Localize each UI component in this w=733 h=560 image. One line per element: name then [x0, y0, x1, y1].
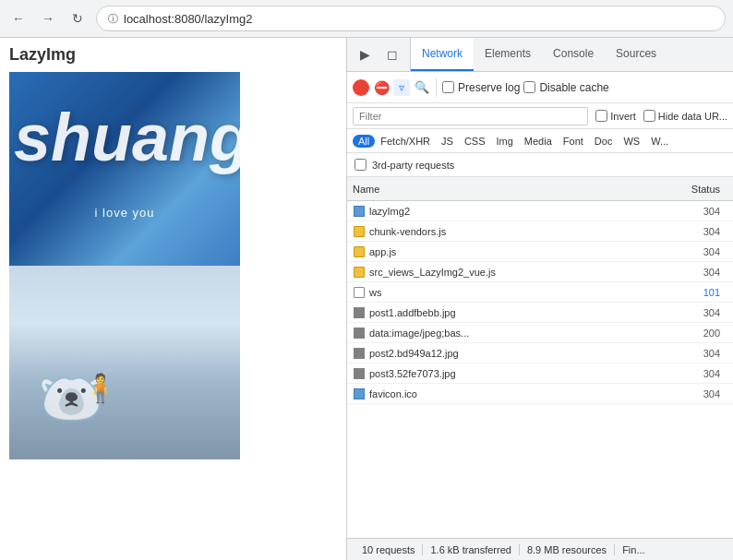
filter-doc[interactable]: Doc — [589, 135, 619, 148]
img-file-icon — [353, 367, 366, 380]
invert-label[interactable]: Invert — [595, 110, 636, 122]
ws-file-icon — [353, 286, 366, 299]
filter-button[interactable]: ▿ — [393, 79, 410, 96]
record-button[interactable] — [353, 79, 369, 96]
address-bar[interactable]: ⓘ localhost:8080/lazyImg2 — [96, 6, 726, 31]
row-status-text: 304 — [672, 388, 727, 399]
requests-count: 10 requests — [354, 544, 423, 555]
row-name-text: lazyImg2 — [369, 206, 672, 217]
third-party-checkbox[interactable] — [354, 159, 366, 171]
back-button[interactable]: ← — [7, 7, 30, 30]
status-bar: 10 requests 1.6 kB transferred 8.9 MB re… — [347, 538, 733, 560]
cursor-tool-button[interactable]: ▶ — [353, 42, 377, 66]
col-status-header: Status — [672, 184, 727, 195]
third-party-row: 3rd-party requests — [347, 153, 733, 177]
row-name-text: post3.52fe7073.jpg — [369, 368, 672, 379]
row-name-text: post1.addfbebb.jpg — [369, 307, 672, 318]
filter-js[interactable]: JS — [436, 135, 459, 148]
preserve-log-label[interactable]: Preserve log — [442, 81, 520, 94]
table-row[interactable]: post1.addfbebb.jpg304 — [347, 303, 733, 323]
tab-elements[interactable]: Elements — [474, 38, 542, 71]
row-status-text: 304 — [672, 267, 727, 278]
image-2: 🐻‍❄️ 🧍 — [9, 266, 240, 459]
url-text: localhost:8080/lazyImg2 — [124, 12, 252, 26]
js-file-icon — [353, 245, 366, 258]
filter-css[interactable]: CSS — [459, 135, 491, 148]
table-row[interactable]: data:image/jpeg;bas...200 — [347, 323, 733, 343]
devtools-toolbar: ⛔ ▿ 🔍 Preserve log Disable cache — [347, 72, 733, 103]
browser-toolbar: ← → ↻ ⓘ localhost:8080/lazyImg2 — [0, 0, 733, 37]
row-status-text: 304 — [672, 206, 727, 217]
disable-cache-checkbox[interactable] — [523, 81, 535, 93]
row-name-text: chunk-vendors.js — [369, 226, 672, 237]
row-status-text: 304 — [672, 226, 727, 237]
person-icon: 🧍 — [83, 372, 117, 404]
devtools-panel: ▶ ◻ Network Elements Console Sources ⛔ ▿… — [346, 38, 733, 560]
hide-data-checkbox[interactable] — [643, 110, 655, 122]
search-button[interactable]: 🔍 — [414, 79, 430, 96]
filter-wasm[interactable]: W... — [645, 135, 674, 148]
filter-bar: Invert Hide data UR... — [347, 103, 733, 129]
disable-cache-label[interactable]: Disable cache — [523, 81, 608, 94]
table-row[interactable]: lazyImg2304 — [347, 201, 733, 221]
row-name-text: ws — [369, 287, 672, 298]
device-tool-button[interactable]: ◻ — [380, 42, 404, 66]
js-file-icon — [353, 225, 366, 238]
tool-icons: ▶ ◻ — [347, 38, 411, 71]
page-images: shuang i love you 🐻‍❄️ 🧍 — [0, 72, 346, 459]
tab-network[interactable]: Network — [411, 38, 474, 71]
row-status-text: 304 — [672, 307, 727, 318]
table-row[interactable]: src_views_LazyImg2_vue.js304 — [347, 262, 733, 282]
filter-img[interactable]: Img — [491, 135, 519, 148]
filter-input[interactable] — [353, 107, 588, 125]
reload-button[interactable]: ↻ — [66, 7, 89, 30]
row-status-text: 200 — [672, 328, 727, 339]
main-area: LazyImg shuang i love you 🐻‍❄️ 🧍 ▶ ◻ — [0, 38, 733, 560]
blue-image: shuang i love you — [9, 72, 240, 266]
img-file-icon — [353, 347, 366, 360]
table-row[interactable]: favicon.ico304 — [347, 384, 733, 404]
network-table: lazyImg2304chunk-vendors.js304app.js304s… — [347, 201, 733, 538]
lock-icon: ⓘ — [108, 12, 118, 26]
image-1: shuang i love you — [9, 72, 240, 266]
table-row[interactable]: ws101 — [347, 282, 733, 303]
third-party-text: 3rd-party requests — [372, 160, 454, 171]
row-name-text: favicon.ico — [369, 388, 672, 399]
devtools-tabs: ▶ ◻ Network Elements Console Sources — [347, 38, 733, 72]
filter-all[interactable]: All — [353, 135, 375, 148]
hide-data-label[interactable]: Hide data UR... — [643, 110, 727, 122]
doc-file-icon — [353, 205, 366, 218]
love-text: i love you — [95, 206, 155, 220]
page-content: LazyImg shuang i love you 🐻‍❄️ 🧍 — [0, 38, 346, 560]
filter-fetch-xhr[interactable]: Fetch/XHR — [375, 135, 436, 148]
row-name-text: data:image/jpeg;bas... — [369, 328, 672, 339]
shuang-text: shuang — [14, 100, 240, 175]
row-status-text: 101 — [672, 287, 727, 298]
invert-checkbox[interactable] — [595, 110, 607, 122]
resource-filter: All Fetch/XHR JS CSS Img Media Font Doc … — [347, 129, 733, 153]
table-header: Name Status — [347, 177, 733, 201]
nav-tabs: Network Elements Console Sources — [411, 38, 667, 71]
table-row[interactable]: app.js304 — [347, 242, 733, 262]
row-name-text: src_views_LazyImg2_vue.js — [369, 267, 672, 278]
row-status-text: 304 — [672, 246, 727, 257]
table-row[interactable]: chunk-vendors.js304 — [347, 221, 733, 242]
table-row[interactable]: post2.bd949a12.jpg304 — [347, 343, 733, 363]
filter-ws[interactable]: WS — [618, 135, 645, 148]
toolbar-divider — [436, 78, 437, 97]
preserve-log-checkbox[interactable] — [442, 81, 454, 93]
forward-button[interactable]: → — [37, 7, 59, 30]
resources-size: 8.9 MB resources — [520, 544, 615, 555]
table-row[interactable]: post3.52fe7073.jpg304 — [347, 363, 733, 384]
col-name-header: Name — [353, 184, 672, 195]
tab-sources[interactable]: Sources — [605, 38, 667, 71]
clear-button[interactable]: ⛔ — [373, 79, 390, 96]
row-name-text: post2.bd949a12.jpg — [369, 348, 672, 359]
row-status-text: 304 — [672, 348, 727, 359]
finish-time: Fin... — [615, 544, 652, 555]
tab-console[interactable]: Console — [542, 38, 605, 71]
winter-image: 🐻‍❄️ 🧍 — [9, 266, 240, 459]
filter-media[interactable]: Media — [519, 135, 558, 148]
filter-font[interactable]: Font — [558, 135, 589, 148]
browser-chrome: ← → ↻ ⓘ localhost:8080/lazyImg2 — [0, 0, 733, 38]
